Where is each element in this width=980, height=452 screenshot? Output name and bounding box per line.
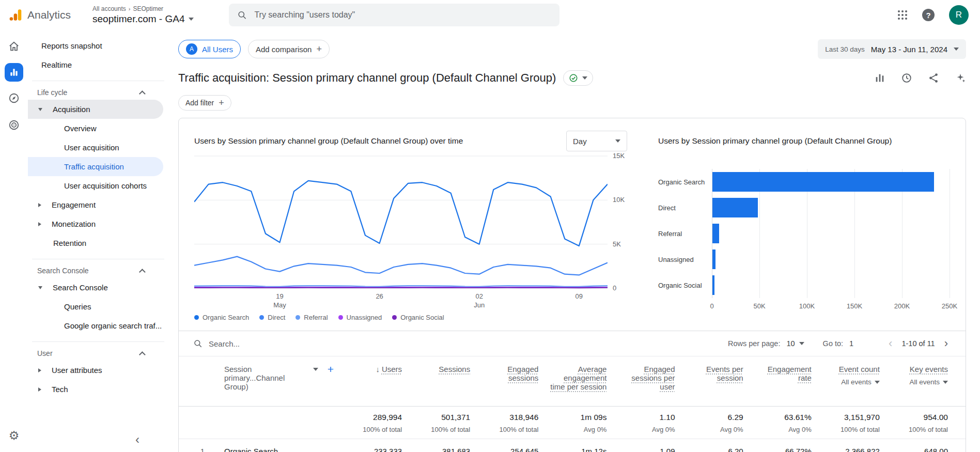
column-header-label: Users bbox=[382, 365, 402, 373]
sidebar-item-label: User attributes bbox=[52, 366, 102, 375]
column-header-sessions[interactable]: Sessions bbox=[402, 356, 470, 406]
sidebar-item-queries[interactable]: Queries bbox=[28, 297, 170, 316]
dimension-column-header[interactable]: Session primary...Channel Group) + bbox=[210, 356, 334, 406]
sidebar-item-overview[interactable]: Overview bbox=[28, 119, 170, 138]
row-value: 233,333 bbox=[334, 447, 402, 452]
reports-icon[interactable] bbox=[5, 63, 23, 82]
sidebar-item-realtime[interactable]: Realtime bbox=[28, 55, 170, 74]
column-header-key-events[interactable]: Key eventsAll events bbox=[880, 356, 948, 406]
legend-label: Unassigned bbox=[347, 314, 382, 321]
column-subheader-select[interactable]: All events bbox=[891, 378, 948, 386]
admin-gear-icon[interactable]: ⚙ bbox=[0, 429, 28, 443]
sidebar-item-engagement[interactable]: Engagement bbox=[28, 195, 170, 214]
all-users-chip[interactable]: A All Users bbox=[178, 40, 241, 58]
bar-referral[interactable] bbox=[712, 224, 719, 243]
bar-x-axis-label: 0 bbox=[710, 302, 713, 310]
bar-x-axis-label: 50K bbox=[753, 302, 765, 310]
bar-organic-search[interactable] bbox=[712, 172, 934, 192]
breadcrumb-account[interactable]: All accounts bbox=[92, 5, 126, 12]
date-range-picker[interactable]: Last 30 days May 13 - Jun 11, 2024 bbox=[818, 39, 966, 59]
explore-icon[interactable] bbox=[4, 88, 24, 108]
granularity-select[interactable]: Day bbox=[566, 131, 627, 151]
sidebar-item-label: Acquisition bbox=[53, 105, 90, 114]
table-search-input[interactable] bbox=[209, 339, 353, 348]
bar-organic-social[interactable] bbox=[712, 275, 714, 295]
x-axis-label: 09 bbox=[575, 292, 583, 301]
date-range-value: May 13 - Jun 11, 2024 bbox=[871, 45, 947, 54]
totals-subtext: Avg 0% bbox=[606, 426, 675, 433]
add-filter-button[interactable]: Add filter + bbox=[178, 95, 231, 111]
goto-page-input[interactable] bbox=[849, 339, 867, 348]
sidebar-item-reports-snapshot[interactable]: Reports snapshot bbox=[28, 36, 170, 55]
property-selector[interactable]: seoptimer.com - GA4 bbox=[92, 13, 194, 25]
chevron-up-icon[interactable] bbox=[139, 269, 146, 275]
global-search[interactable] bbox=[229, 4, 559, 26]
sidebar-section-user[interactable]: User bbox=[32, 341, 164, 360]
collapsed-arrow-icon[interactable] bbox=[38, 203, 41, 207]
column-header-average-engagement-time-per-session[interactable]: Average engagement time per session bbox=[538, 356, 606, 406]
share-icon[interactable] bbox=[928, 72, 939, 84]
all-users-label: All Users bbox=[202, 45, 233, 54]
column-header-engaged-sessions-per-user[interactable]: Engaged sessions per user bbox=[606, 356, 675, 406]
rows-per-page-select[interactable]: 10 bbox=[786, 339, 804, 348]
expand-arrow-icon[interactable] bbox=[38, 286, 42, 289]
table-search[interactable] bbox=[193, 339, 379, 348]
add-dimension-icon[interactable]: + bbox=[328, 365, 334, 374]
column-subheader-select[interactable]: All events bbox=[823, 378, 880, 386]
collapsed-arrow-icon[interactable] bbox=[38, 387, 41, 392]
column-header-users[interactable]: ↓Users bbox=[334, 356, 402, 406]
collapsed-arrow-icon[interactable] bbox=[38, 222, 41, 226]
index-column-header bbox=[179, 356, 210, 406]
totals-value: 289,994 bbox=[334, 413, 402, 422]
column-header-engagement-rate[interactable]: Engagement rate bbox=[743, 356, 812, 406]
chevron-up-icon[interactable] bbox=[139, 90, 146, 97]
next-page-icon[interactable]: › bbox=[941, 338, 951, 349]
sidebar-item-user-attributes[interactable]: User attributes bbox=[28, 361, 170, 380]
breadcrumb-item[interactable]: SEOptimer bbox=[133, 5, 163, 12]
sidebar-item-acquisition[interactable]: Acquisition bbox=[28, 100, 163, 119]
totals-cell: 289,994100% of total bbox=[334, 407, 402, 439]
column-header-events-per-session[interactable]: Events per session bbox=[675, 356, 743, 406]
sidebar-item-user-acquisition-cohorts[interactable]: User acquisition cohorts bbox=[28, 176, 170, 195]
analytics-logo[interactable]: Analytics bbox=[9, 8, 71, 22]
data-quality-badge[interactable] bbox=[563, 70, 593, 86]
breadcrumb[interactable]: All accounts › SEOptimer bbox=[92, 5, 194, 12]
sampling-quality-icon[interactable] bbox=[901, 72, 912, 84]
totals-value: 3,151,970 bbox=[812, 413, 880, 422]
avatar[interactable]: R bbox=[949, 5, 969, 25]
bar-direct[interactable] bbox=[712, 198, 758, 217]
chevron-up-icon[interactable] bbox=[139, 351, 146, 358]
table-row: 1Organic Search233,333381,683254,6451m 1… bbox=[179, 439, 966, 452]
google-apps-grid-icon[interactable] bbox=[897, 10, 908, 20]
bar-unassigned[interactable] bbox=[712, 250, 715, 269]
sidebar-section-life-cycle[interactable]: Life cycle bbox=[32, 81, 164, 99]
sidebar-item-traffic-acquisition[interactable]: Traffic acquisition bbox=[28, 157, 163, 176]
collapsed-arrow-icon[interactable] bbox=[38, 368, 41, 372]
insights-icon[interactable] bbox=[955, 72, 966, 84]
collapse-nav-icon[interactable]: ‹ bbox=[135, 432, 139, 447]
totals-subtext: 100% of total bbox=[812, 426, 880, 433]
column-header-event-count[interactable]: Event countAll events bbox=[812, 356, 880, 406]
expand-arrow-icon[interactable] bbox=[38, 108, 42, 111]
pagination-range: 1-10 of 11 bbox=[901, 339, 935, 348]
home-icon[interactable] bbox=[4, 36, 24, 57]
sidebar-item-user-acquisition[interactable]: User acquisition bbox=[28, 138, 170, 157]
totals-cell: 954.00100% of total bbox=[880, 407, 948, 439]
sidebar-item-search-console[interactable]: Search Console bbox=[28, 278, 170, 297]
sidebar-item-tech[interactable]: Tech bbox=[28, 380, 170, 399]
help-icon[interactable]: ? bbox=[922, 9, 935, 21]
search-input[interactable] bbox=[254, 10, 551, 20]
column-header-engaged-sessions[interactable]: Engaged sessions bbox=[470, 356, 538, 406]
sidebar-section-search-console[interactable]: Search Console bbox=[32, 259, 164, 277]
sidebar-item-retention[interactable]: Retention bbox=[28, 233, 170, 253]
edit-comparisons-icon[interactable] bbox=[874, 72, 885, 84]
add-comparison-button[interactable]: Add comparison + bbox=[248, 40, 330, 58]
chevron-down-icon bbox=[582, 76, 587, 80]
totals-cell: 501,371100% of total bbox=[402, 407, 470, 439]
sidebar-item-google-organic-search-traf[interactable]: Google organic search traf... bbox=[28, 316, 170, 335]
sidebar-item-monetization[interactable]: Monetization bbox=[28, 214, 170, 233]
advertising-icon[interactable] bbox=[4, 115, 24, 135]
x-tick-month: Jun bbox=[474, 301, 485, 309]
previous-page-icon[interactable]: ‹ bbox=[885, 338, 895, 349]
column-subheader-label: All events bbox=[909, 378, 940, 386]
